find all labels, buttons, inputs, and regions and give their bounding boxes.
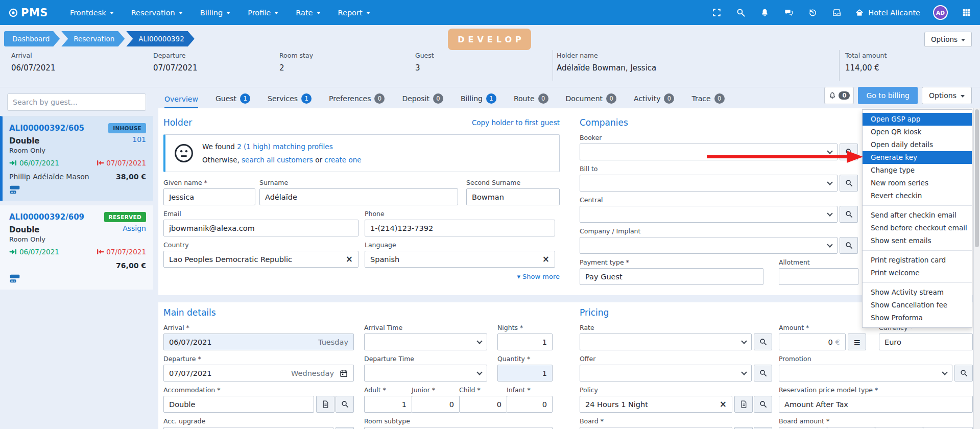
- payment-type-field[interactable]: Pay Guest: [580, 268, 763, 285]
- arrival-time-select[interactable]: [364, 333, 487, 350]
- go-to-billing-button[interactable]: Go to billing: [858, 87, 918, 104]
- menu-item-send-after-checkin-email[interactable]: Send after checkin email: [863, 209, 972, 222]
- policy-details-button[interactable]: [734, 396, 753, 413]
- offer-select[interactable]: [580, 365, 752, 382]
- room-card-609[interactable]: ALI00000392/609 RESERVED Double Assign R…: [0, 205, 153, 290]
- header-options-button[interactable]: Options: [924, 32, 972, 47]
- infant-field[interactable]: 0: [507, 396, 553, 413]
- menu-billing[interactable]: Billing: [192, 0, 239, 25]
- menu-item-show-sent-emails[interactable]: Show sent emails: [863, 234, 972, 247]
- menu-item-new-room-series[interactable]: New room series: [863, 177, 972, 189]
- given-name-field[interactable]: Jessica: [163, 188, 255, 205]
- room-card-605[interactable]: ALI00000392/605 INHOUSE Double 101 Room …: [0, 116, 153, 201]
- board-amount-field[interactable]: 0€: [923, 427, 973, 429]
- folio-icon[interactable]: [9, 274, 20, 283]
- guest-search-input[interactable]: [7, 93, 146, 111]
- menu-item-show-activity-stream[interactable]: Show Activity stream: [863, 286, 972, 299]
- board-amount-field[interactable]: 0€: [875, 427, 923, 429]
- apps-grid-icon[interactable]: [961, 7, 972, 18]
- menu-item-send-before-checkout-email[interactable]: Send before checkout email: [863, 222, 972, 234]
- reservation-id-link[interactable]: ALI00000392/605: [9, 124, 84, 133]
- breadcrumb-reservation[interactable]: Reservation: [61, 31, 125, 46]
- bill-to-select[interactable]: [580, 175, 838, 192]
- price-model-type-field[interactable]: Amount After Tax: [779, 396, 973, 413]
- breadcrumb-dashboard[interactable]: Dashboard: [4, 31, 60, 46]
- menu-frontdesk[interactable]: Frontdesk: [61, 0, 123, 25]
- language-field[interactable]: Spanish×: [365, 251, 555, 268]
- arrival-date-field[interactable]: 06/07/2021Tuesday: [163, 333, 354, 350]
- search-all-customers-link[interactable]: search all customers: [242, 156, 313, 164]
- clear-language-icon[interactable]: ×: [542, 255, 549, 264]
- board-amount-field[interactable]: 0€: [779, 427, 827, 429]
- tab-services[interactable]: Services1: [268, 93, 312, 108]
- show-more-link[interactable]: ▾ Show more: [163, 273, 560, 280]
- currency-field[interactable]: Euro: [879, 333, 973, 350]
- rate-select[interactable]: [580, 333, 752, 350]
- policy-field[interactable]: 24 Hours 1 Night×: [580, 396, 732, 413]
- accommodation-search-button[interactable]: [336, 396, 354, 413]
- search-icon[interactable]: [735, 7, 746, 18]
- app-logo[interactable]: PMS: [8, 7, 48, 19]
- country-field[interactable]: Lao Peoples Democratic Republic×: [163, 251, 358, 268]
- menu-profile[interactable]: Profile: [239, 0, 287, 25]
- offer-search-button[interactable]: [754, 365, 772, 382]
- tab-trace[interactable]: Trace0: [691, 93, 724, 108]
- menu-item-open-gsp-app[interactable]: Open GSP app: [863, 113, 972, 126]
- tab-route[interactable]: Route0: [514, 93, 548, 108]
- quantity-field[interactable]: 1: [497, 365, 553, 382]
- company-implant-select[interactable]: [580, 237, 838, 254]
- tab-preferences[interactable]: Preferences0: [329, 93, 385, 108]
- notifications-bell-icon[interactable]: [759, 7, 770, 18]
- room-number-link[interactable]: 101: [132, 135, 146, 144]
- adult-field[interactable]: 1: [364, 396, 412, 413]
- calendar-icon[interactable]: [339, 369, 348, 378]
- amount-field[interactable]: 0€: [779, 333, 846, 350]
- rate-search-button[interactable]: [754, 333, 772, 350]
- accommodation-details-button[interactable]: [316, 396, 334, 413]
- inbox-icon[interactable]: [831, 7, 842, 18]
- board-amount-field[interactable]: 0€: [827, 427, 875, 429]
- junior-field[interactable]: 0: [412, 396, 460, 413]
- child-field[interactable]: 0: [459, 396, 507, 413]
- chat-icon[interactable]: [783, 7, 794, 18]
- company-search-button[interactable]: [840, 237, 858, 254]
- menu-item-revert-checkin[interactable]: Revert checkin: [863, 189, 972, 202]
- menu-item-generate-key[interactable]: Generate key: [863, 151, 972, 164]
- menu-item-print-registration-card[interactable]: Print registration card: [863, 254, 972, 267]
- matching-profiles-link[interactable]: 2 (1 high) matching profiles: [237, 142, 333, 151]
- departure-date-field[interactable]: 07/07/2021Wednesday: [163, 365, 354, 382]
- user-avatar[interactable]: AD: [933, 5, 948, 20]
- create-one-link[interactable]: create one: [324, 156, 361, 164]
- surname-field[interactable]: Adélaïde: [259, 188, 458, 205]
- menu-item-open-qr-kiosk[interactable]: Open QR kiosk: [863, 126, 972, 138]
- tab-billing[interactable]: Billing1: [461, 93, 496, 108]
- menu-reservation[interactable]: Reservation: [123, 0, 192, 25]
- allotment-field[interactable]: [779, 268, 858, 285]
- promotion-search-button[interactable]: [954, 365, 973, 382]
- copy-holder-link[interactable]: Copy holder to first guest: [472, 118, 560, 127]
- menu-item-show-proforma[interactable]: Show Proforma: [863, 312, 972, 324]
- vertical-scrollbar[interactable]: [973, 108, 980, 429]
- tab-deposit[interactable]: Deposit0: [402, 93, 443, 108]
- menu-report[interactable]: Report: [329, 0, 379, 25]
- central-select[interactable]: [580, 206, 838, 223]
- second-surname-field[interactable]: Bowman: [466, 188, 560, 205]
- history-icon[interactable]: [807, 7, 818, 18]
- policy-search-button[interactable]: [754, 396, 772, 413]
- acc-upgrade-select[interactable]: [163, 427, 333, 429]
- reservation-id-link[interactable]: ALI00000392/609: [9, 212, 84, 222]
- menu-rate[interactable]: Rate: [287, 0, 329, 25]
- email-field[interactable]: jbowmanik@alexa.com: [163, 220, 358, 236]
- clear-policy-icon[interactable]: ×: [720, 400, 727, 409]
- notifications-button[interactable]: 0: [824, 87, 854, 104]
- tab-guest[interactable]: Guest1: [216, 93, 250, 108]
- bill-to-search-button[interactable]: [840, 175, 858, 192]
- board-details-button[interactable]: [734, 427, 753, 429]
- folio-icon[interactable]: [9, 185, 20, 194]
- fullscreen-icon[interactable]: [711, 7, 722, 18]
- amount-breakdown-button[interactable]: ≡: [848, 333, 866, 350]
- central-search-button[interactable]: [840, 206, 858, 223]
- menu-item-open-daily-details[interactable]: Open daily details: [863, 138, 972, 151]
- scrollbar-thumb[interactable]: [975, 109, 979, 247]
- menu-item-print-welcome[interactable]: Print welcome: [863, 267, 972, 279]
